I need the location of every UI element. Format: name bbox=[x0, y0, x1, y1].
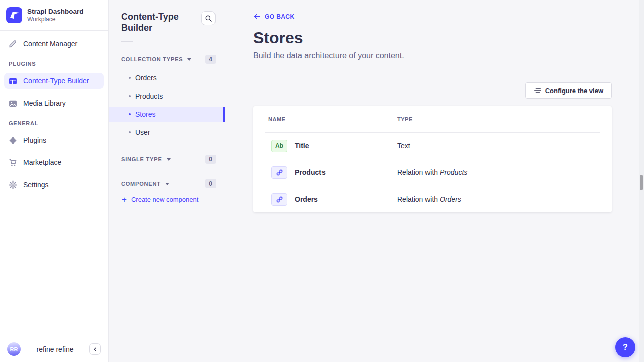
sidebar-item-label: Content Manager bbox=[23, 40, 77, 48]
configure-view-button[interactable]: Configure the view bbox=[525, 82, 612, 99]
create-new-component-link[interactable]: + Create new component bbox=[122, 196, 225, 203]
configure-view-label: Configure the view bbox=[545, 87, 603, 95]
gear-icon bbox=[9, 180, 17, 189]
field-name: Title bbox=[295, 142, 309, 150]
bullet-icon bbox=[129, 113, 131, 115]
field-name-cell: Orders bbox=[271, 193, 397, 206]
field-name: Products bbox=[295, 168, 326, 176]
group-label-text: COMPONENT bbox=[121, 180, 161, 187]
search-button[interactable] bbox=[201, 11, 216, 25]
layout-lines-icon bbox=[534, 87, 541, 94]
workspace-header[interactable]: Strapi Dashboard Workplace bbox=[0, 0, 108, 31]
group-label-text: SINGLE TYPE bbox=[121, 156, 162, 162]
chevron-down-icon bbox=[165, 183, 169, 185]
scrollbar-thumb[interactable] bbox=[640, 175, 643, 190]
go-back-link[interactable]: GO BACK bbox=[253, 13, 294, 20]
collection-types-list: Orders Products Stores User bbox=[109, 70, 225, 140]
field-type-cell: Relation with Products bbox=[397, 168, 612, 176]
sidebar-item-label: Plugins bbox=[23, 136, 46, 144]
sidebar-item-label: Settings bbox=[23, 180, 49, 189]
scrollbar-track bbox=[639, 0, 644, 362]
subnav-header: Content-Type Builder bbox=[109, 0, 225, 33]
cart-icon bbox=[9, 158, 17, 167]
collection-type-orders[interactable]: Orders bbox=[109, 70, 225, 85]
table-row-title[interactable]: Ab Title Text bbox=[253, 133, 612, 159]
pencil-icon bbox=[9, 40, 17, 48]
field-type: Relation with bbox=[397, 168, 440, 176]
sidebar-item-content-manager[interactable]: Content Manager bbox=[4, 36, 104, 52]
chevron-down-icon bbox=[187, 58, 191, 61]
nav-body: Content Manager PLUGINS Content-Type Bui… bbox=[0, 31, 108, 336]
collection-type-label: Orders bbox=[135, 74, 157, 82]
toolbar: Configure the view bbox=[253, 82, 612, 99]
field-name-cell: Ab Title bbox=[271, 140, 397, 152]
chevron-left-icon bbox=[92, 346, 99, 353]
user-name: refine refine bbox=[21, 345, 89, 353]
create-new-component-label: Create new component bbox=[131, 196, 198, 203]
field-type-cell: Relation with Orders bbox=[397, 195, 612, 203]
relation-link-icon bbox=[271, 193, 287, 206]
strapi-logo bbox=[6, 7, 22, 23]
primary-sidebar: Strapi Dashboard Workplace Content Manag… bbox=[0, 0, 109, 362]
sidebar-item-settings[interactable]: Settings bbox=[4, 176, 104, 193]
collection-type-products[interactable]: Products bbox=[109, 88, 225, 104]
table-row-orders[interactable]: Orders Relation with Orders bbox=[253, 186, 612, 212]
sidebar-item-label: Media Library bbox=[23, 99, 66, 107]
text-field-icon: Ab bbox=[271, 140, 287, 152]
workspace-title: Strapi Dashboard bbox=[27, 8, 84, 16]
single-type-header: SINGLE TYPE 0 bbox=[109, 155, 225, 164]
strapi-logo-icon bbox=[6, 7, 22, 23]
fields-table: NAME TYPE Ab Title Text Products Relatio… bbox=[253, 106, 612, 212]
layout-icon bbox=[9, 77, 17, 85]
field-type-target: Orders bbox=[440, 195, 461, 203]
sidebar-item-label: Marketplace bbox=[23, 158, 61, 166]
sidebar-item-label: Content-Type Builder bbox=[23, 77, 89, 85]
collection-types-toggle[interactable]: COLLECTION TYPES bbox=[121, 56, 191, 62]
collection-type-stores[interactable]: Stores bbox=[109, 107, 225, 122]
plus-icon: + bbox=[122, 196, 127, 203]
nav-section-general: GENERAL bbox=[9, 120, 104, 126]
avatar[interactable]: RR bbox=[7, 342, 21, 356]
page-subtitle: Build the data architecture of your cont… bbox=[253, 51, 612, 60]
sidebar-item-marketplace[interactable]: Marketplace bbox=[4, 154, 104, 170]
table-row-products[interactable]: Products Relation with Products bbox=[253, 159, 612, 186]
table-header: NAME TYPE bbox=[253, 106, 612, 132]
bullet-icon bbox=[129, 77, 131, 79]
sidebar-item-plugins[interactable]: Plugins bbox=[4, 132, 104, 148]
column-header-type: TYPE bbox=[397, 116, 612, 122]
nav-section-plugins: PLUGINS bbox=[9, 61, 104, 67]
field-name-cell: Products bbox=[271, 166, 397, 179]
field-type-target: Products bbox=[440, 168, 467, 176]
collection-type-label: Stores bbox=[135, 110, 155, 118]
workspace-info: Strapi Dashboard Workplace bbox=[27, 8, 84, 23]
puzzle-icon bbox=[9, 136, 17, 145]
relation-link-icon bbox=[271, 166, 287, 179]
subnav-title: Content-Type Builder bbox=[121, 11, 196, 33]
sidebar-item-media-library[interactable]: Media Library bbox=[4, 95, 104, 111]
go-back-label: GO BACK bbox=[265, 13, 294, 20]
collection-types-count: 4 bbox=[205, 55, 216, 64]
single-type-toggle[interactable]: SINGLE TYPE bbox=[121, 156, 171, 162]
bullet-icon bbox=[129, 131, 131, 133]
sidebar-item-content-type-builder[interactable]: Content-Type Builder bbox=[4, 73, 104, 89]
main-content: GO BACK Stores Build the data architectu… bbox=[225, 0, 644, 362]
column-header-name: NAME bbox=[268, 116, 397, 122]
help-button[interactable]: ? bbox=[615, 337, 635, 357]
search-icon bbox=[205, 15, 212, 22]
group-label-text: COLLECTION TYPES bbox=[121, 56, 183, 62]
component-count: 0 bbox=[205, 179, 216, 188]
collection-type-user[interactable]: User bbox=[109, 125, 225, 140]
field-type: Text bbox=[397, 142, 410, 150]
content-type-builder-subnav: Content-Type Builder COLLECTION TYPES 4 … bbox=[109, 0, 225, 362]
field-type: Relation with bbox=[397, 195, 440, 203]
collapse-sidebar-button[interactable] bbox=[89, 343, 101, 355]
field-name: Orders bbox=[295, 195, 318, 203]
collection-type-label: Products bbox=[135, 92, 163, 100]
image-icon bbox=[9, 99, 17, 108]
divider bbox=[121, 41, 133, 42]
field-type-cell: Text bbox=[397, 142, 612, 150]
page-title: Stores bbox=[253, 29, 612, 47]
chevron-down-icon bbox=[167, 158, 171, 161]
component-toggle[interactable]: COMPONENT bbox=[121, 180, 169, 187]
user-footer: RR refine refine bbox=[0, 336, 108, 362]
